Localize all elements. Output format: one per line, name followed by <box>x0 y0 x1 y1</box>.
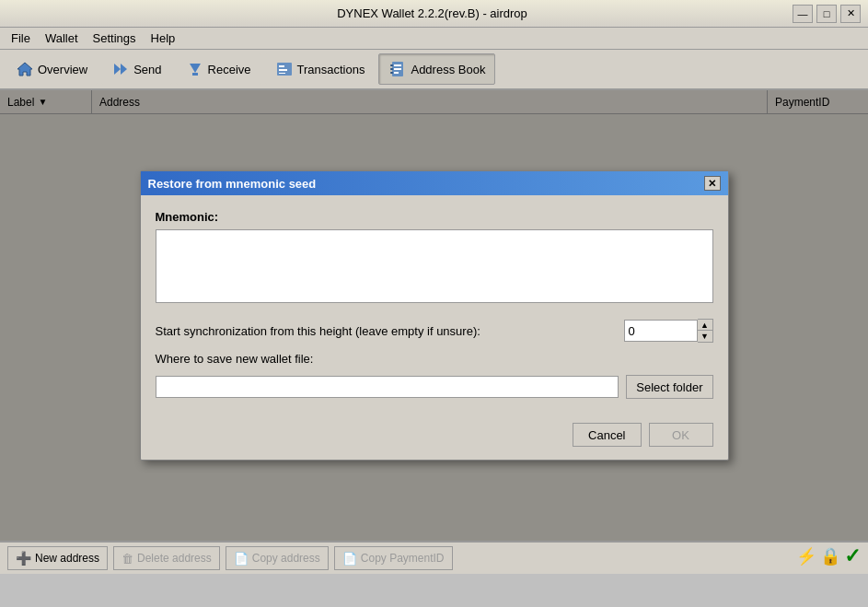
send-icon <box>111 60 130 78</box>
toolbar-transactions[interactable]: Transactions <box>265 53 376 85</box>
maximize-button[interactable]: □ <box>816 5 837 23</box>
svg-marker-0 <box>17 63 32 76</box>
lock-icon: 🔒 <box>820 546 840 566</box>
spin-buttons: ▲ ▼ <box>698 319 713 343</box>
new-address-label: New address <box>35 552 99 565</box>
svg-marker-1 <box>114 64 121 75</box>
delete-address-label: Delete address <box>137 552 212 565</box>
dialog-footer: Cancel OK <box>141 414 728 460</box>
delete-address-button[interactable]: 🗑 Delete address <box>113 546 220 570</box>
svg-rect-6 <box>279 65 284 67</box>
network-icon: ⚡ <box>796 546 816 566</box>
delete-address-icon: 🗑 <box>122 552 133 566</box>
menu-help[interactable]: Help <box>144 29 183 47</box>
svg-rect-13 <box>390 64 393 66</box>
copy-paymentid-label: Copy PaymentID <box>361 552 445 565</box>
save-section: Where to save new wallet file: Select fo… <box>156 352 713 399</box>
menu-wallet[interactable]: Wallet <box>38 29 86 47</box>
spin-up-button[interactable]: ▲ <box>698 320 712 331</box>
window-title: DYNEX Wallet 2.2.2(rev.B) - airdrop <box>72 6 793 20</box>
save-path-input[interactable] <box>156 376 619 398</box>
save-label: Where to save new wallet file: <box>156 352 713 366</box>
bottom-bar: ➕ New address 🗑 Delete address 📄 Copy ad… <box>0 541 868 574</box>
copy-address-icon: 📄 <box>234 552 249 566</box>
toolbar-transactions-label: Transactions <box>297 63 365 76</box>
transactions-icon <box>275 60 294 78</box>
toolbar-receive[interactable]: Receive <box>176 53 261 85</box>
svg-rect-7 <box>279 69 287 71</box>
dialog-title-bar: Restore from mnemonic seed ✕ <box>141 171 728 195</box>
spin-down-button[interactable]: ▼ <box>698 331 712 342</box>
menu-bar: File Wallet Settings Help <box>0 28 868 50</box>
svg-rect-4 <box>192 73 198 76</box>
copy-paymentid-icon: 📄 <box>342 552 357 566</box>
dialog-body: Mnemonic: Start synchronization from thi… <box>141 195 728 414</box>
title-bar: DYNEX Wallet 2.2.2(rev.B) - airdrop — □ … <box>0 0 868 28</box>
toolbar-overview[interactable]: Overview <box>6 53 98 85</box>
toolbar-send[interactable]: Send <box>101 53 171 85</box>
minimize-button[interactable]: — <box>793 5 813 23</box>
copy-address-label: Copy address <box>252 552 320 565</box>
address-book-icon <box>388 60 407 78</box>
menu-file[interactable]: File <box>4 29 38 47</box>
sync-height-input[interactable] <box>624 320 698 342</box>
ok-button[interactable]: OK <box>649 423 713 447</box>
dialog-close-button[interactable]: ✕ <box>704 176 721 191</box>
status-icons: ⚡ 🔒 ✓ <box>796 544 861 568</box>
svg-rect-14 <box>390 68 393 70</box>
mnemonic-textarea[interactable] <box>156 229 713 303</box>
svg-rect-12 <box>394 72 399 74</box>
svg-marker-2 <box>121 64 127 75</box>
new-address-button[interactable]: ➕ New address <box>7 546 108 570</box>
copy-paymentid-button[interactable]: 📄 Copy PaymentID <box>334 546 453 570</box>
toolbar-address-book[interactable]: Address Book <box>378 53 495 85</box>
main-area: Label ▼ Address PaymentID Restore from m… <box>0 90 868 574</box>
svg-rect-11 <box>394 68 401 70</box>
copy-address-button[interactable]: 📄 Copy address <box>226 546 329 570</box>
receive-icon <box>186 60 204 78</box>
close-button[interactable]: ✕ <box>840 5 861 23</box>
dialog-title: Restore from mnemonic seed <box>148 177 317 191</box>
svg-rect-8 <box>279 73 285 74</box>
window-controls: — □ ✕ <box>793 5 861 23</box>
mnemonic-label: Mnemonic: <box>156 210 713 224</box>
toolbar-receive-label: Receive <box>208 63 251 76</box>
home-icon <box>16 60 34 78</box>
svg-rect-15 <box>390 72 393 74</box>
toolbar-address-book-label: Address Book <box>411 63 485 76</box>
svg-marker-3 <box>190 64 201 73</box>
restore-dialog: Restore from mnemonic seed ✕ Mnemonic: S… <box>140 170 729 461</box>
toolbar-overview-label: Overview <box>38 63 87 76</box>
svg-rect-10 <box>394 64 401 66</box>
save-row: Select folder <box>156 375 713 399</box>
cancel-button[interactable]: Cancel <box>573 423 641 447</box>
sync-row: Start synchronization from this height (… <box>156 319 713 343</box>
sync-label: Start synchronization from this height (… <box>156 324 617 338</box>
new-address-icon: ➕ <box>16 551 31 566</box>
select-folder-button[interactable]: Select folder <box>626 375 712 399</box>
check-icon: ✓ <box>844 544 861 568</box>
modal-overlay: Restore from mnemonic seed ✕ Mnemonic: S… <box>0 90 868 541</box>
menu-settings[interactable]: Settings <box>86 29 144 47</box>
sync-input-wrap: ▲ ▼ <box>624 319 713 343</box>
toolbar-send-label: Send <box>133 63 161 76</box>
toolbar: Overview Send Receive Transactions Addre… <box>0 50 868 90</box>
